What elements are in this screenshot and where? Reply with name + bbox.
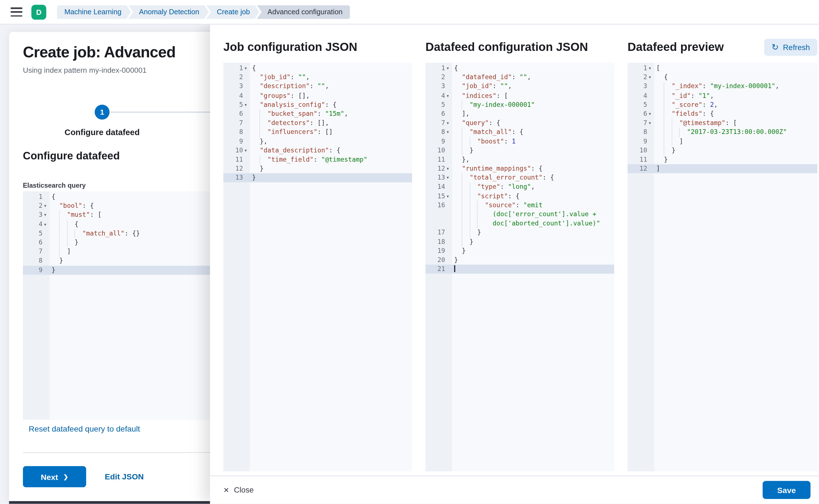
flyout-footer: ✕ Close Save	[210, 476, 819, 504]
fold-icon[interactable]: ▾	[43, 222, 50, 227]
line-number: 6	[239, 109, 243, 119]
line-number: 3	[441, 82, 445, 91]
line-number: 6	[39, 238, 43, 247]
fold-icon[interactable]: ▾	[647, 75, 654, 80]
line-number: 7	[441, 119, 445, 128]
line-number: 4	[644, 91, 648, 100]
line-number: 2	[239, 73, 243, 82]
code-line: 15▾ "script": {	[425, 192, 615, 201]
page-title: Create job: Advanced	[23, 44, 175, 61]
fold-icon[interactable]: ▾	[445, 176, 452, 180]
line-number: 8	[441, 128, 445, 137]
es-query-editor[interactable]: 1{2▾ "bool": {3▾ "must": [4▾ {5 "match_a…	[23, 191, 210, 420]
code-line: 3▾ "must": [	[23, 211, 210, 220]
line-number: 3	[39, 211, 43, 220]
datafeed-config-title: Datafeed configuration JSON	[425, 40, 588, 54]
code-line: 17 }	[425, 228, 615, 237]
code-line: 11 },	[425, 155, 615, 164]
line-number: 1	[644, 64, 648, 73]
code-line: 18 }	[425, 237, 615, 246]
fold-icon[interactable]: ▾	[445, 93, 452, 98]
line-number: 17	[437, 228, 445, 237]
step-1-indicator[interactable]: 1	[95, 105, 109, 119]
arrow-right-icon: ❯	[63, 474, 68, 480]
breadcrumb-advanced-configuration: Advanced configuration	[257, 5, 350, 19]
line-number: 10	[640, 146, 647, 155]
next-button-label: Next	[41, 472, 58, 481]
code-line: doc['aborted_count'].value)"	[425, 219, 615, 228]
code-line: 12 }	[224, 164, 412, 173]
datafeed-config-column: Datafeed configuration JSON 1▾{2 "datafe…	[425, 38, 615, 471]
next-button[interactable]: Next ❯	[23, 466, 86, 487]
code-line: 1{	[23, 192, 210, 202]
line-number: 4	[441, 91, 445, 100]
line-number: 10	[236, 146, 243, 155]
line-number: 8	[644, 128, 648, 137]
breadcrumb-machine-learning[interactable]: Machine Learning	[57, 5, 131, 19]
line-number: 9	[441, 137, 445, 146]
job-config-editor[interactable]: 1▾{2 "job_id": "",3 "description": "",4 …	[224, 63, 412, 471]
reset-query-link[interactable]: Reset datafeed query to default	[29, 424, 140, 433]
line-number: 9	[644, 137, 648, 146]
code-line: 4▾ "indices": [	[425, 91, 615, 100]
fold-icon[interactable]: ▾	[647, 112, 654, 116]
fold-icon[interactable]: ▾	[445, 166, 452, 171]
close-button-label: Close	[234, 486, 254, 494]
line-number: 9	[239, 137, 243, 146]
line-number: 11	[236, 155, 243, 164]
close-button[interactable]: ✕ Close	[224, 486, 254, 494]
fold-icon[interactable]: ▾	[243, 148, 250, 153]
code-line: 2▾ "bool": {	[23, 201, 210, 211]
line-number: 8	[239, 128, 243, 137]
code-line: 1▾{	[224, 64, 412, 73]
code-line: 4 "_id": "1",	[628, 91, 817, 100]
fold-icon[interactable]: ▾	[647, 121, 654, 126]
line-number: 1	[39, 192, 43, 202]
save-button[interactable]: Save	[763, 481, 811, 499]
text-cursor	[454, 265, 455, 272]
line-number: 7	[239, 119, 243, 128]
bottom-bar	[9, 501, 210, 504]
line-number: 4	[239, 91, 243, 100]
code-line: 10 }	[628, 146, 817, 155]
line-number: 8	[39, 256, 43, 265]
fold-icon[interactable]: ▾	[243, 102, 250, 107]
code-line: 8 "influencers": []	[224, 128, 412, 137]
fold-icon[interactable]: ▾	[647, 66, 654, 71]
refresh-button[interactable]: ↻ Refresh	[764, 39, 817, 56]
line-number: 21	[437, 265, 445, 274]
code-line: 7 ]	[23, 247, 210, 256]
line-number: 13	[236, 173, 243, 183]
fold-icon[interactable]: ▾	[43, 204, 50, 208]
line-number: 7	[39, 247, 43, 256]
code-line: 4▾ {	[23, 220, 210, 229]
avatar[interactable]: D	[31, 4, 46, 19]
configure-datafeed-heading: Configure datafeed	[23, 150, 120, 162]
fold-icon[interactable]: ▾	[445, 121, 452, 126]
fold-icon[interactable]: ▾	[445, 130, 452, 135]
fold-icon[interactable]: ▾	[445, 66, 452, 71]
page-background: Create job: Advanced Using index pattern…	[0, 24, 819, 504]
fold-icon[interactable]: ▾	[243, 66, 250, 71]
datafeed-config-editor[interactable]: 1▾{2 "datafeed_id": "",3 "job_id": "",4▾…	[425, 63, 615, 471]
line-number: 2	[644, 73, 648, 82]
edit-json-link[interactable]: Edit JSON	[105, 472, 143, 481]
code-line: 7▾ "query": {	[425, 119, 615, 128]
line-number: 3	[239, 82, 243, 91]
breadcrumb-anomaly-detection[interactable]: Anomaly Detection	[128, 5, 209, 19]
datafeed-preview-title: Datafeed preview	[628, 40, 724, 54]
line-number: 3	[644, 82, 648, 91]
code-line: 20}	[425, 256, 615, 265]
code-line: 13▾ "total_error_count": {	[425, 173, 615, 183]
fold-icon[interactable]: ▾	[43, 213, 50, 218]
breadcrumb-create-job[interactable]: Create job	[206, 5, 260, 19]
menu-icon[interactable]	[11, 8, 22, 17]
line-number: 16	[437, 201, 445, 210]
code-line: 5 "_score": 2,	[628, 100, 817, 110]
datafeed-preview-editor[interactable]: 1▾[2▾ {3 "_index": "my-index-000001",4 "…	[628, 63, 817, 471]
breadcrumb: Machine Learning Anomaly Detection Creat…	[57, 5, 350, 19]
code-line: 9 },	[224, 137, 412, 146]
line-number: 13	[437, 173, 445, 183]
line-number: 19	[437, 246, 445, 256]
fold-icon[interactable]: ▾	[445, 194, 452, 199]
